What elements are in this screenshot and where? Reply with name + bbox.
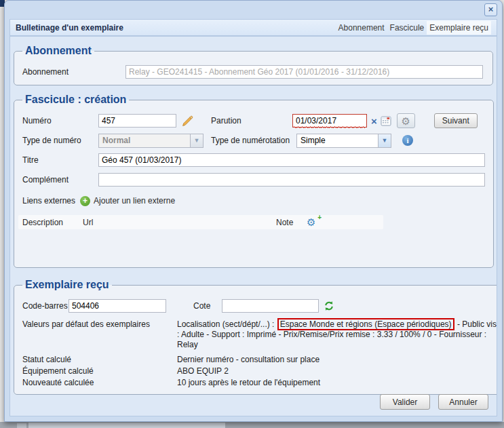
titre-input[interactable] (98, 153, 485, 167)
dialog-footer-buttons: Valider Annuler (380, 394, 488, 410)
chevron-down-icon: ▼ (190, 134, 203, 147)
exemplaire-legend: Exemplaire reçu (22, 279, 112, 291)
nouveaute-calculee-value: 10 jours après le retour de l'équipement (177, 377, 320, 388)
nouveaute-calculee-label: Nouveauté calculée (22, 377, 177, 388)
dialog-content: Abonnement Abonnement Fascicule : créati… (9, 36, 497, 416)
valeurs-defaut-value: Localisation (sect/dépt/...) : Espace Mo… (177, 319, 497, 350)
liens-externes-label: Liens externes (22, 196, 75, 206)
exemplaire-section: Exemplaire reçu Code-barres Cote Valeurs… (14, 279, 497, 395)
code-barres-input[interactable] (69, 299, 166, 313)
type-numerotation-label: Type de numérotation (211, 136, 296, 145)
clear-date-icon[interactable]: × (371, 116, 377, 126)
code-barres-label: Code-barres (22, 301, 69, 311)
type-numero-label: Type de numéro (22, 136, 98, 145)
date-settings-button[interactable]: ⚙ (397, 113, 415, 128)
complement-label: Complément (22, 175, 98, 184)
annuler-button[interactable]: Annuler (438, 394, 488, 410)
equipement-calcule-value: ABO EQUIP 2 (177, 366, 229, 376)
url-column-header: Url (83, 218, 276, 227)
abonnement-label: Abonnement (22, 67, 125, 77)
valeurs-prefix: Localisation (sect/dépt/...) : (177, 319, 277, 329)
dialog-titlebar: Bulletinage d'un exemplaire Abonnement F… (9, 19, 497, 36)
complement-input[interactable] (98, 173, 485, 187)
numero-label: Numéro (22, 116, 98, 125)
parution-label: Parution (211, 116, 292, 125)
fascicule-section: Fascicule : création Numéro Parution (14, 94, 494, 268)
annotation-highlight: Espace Monde et régions (Espace périodiq… (277, 318, 454, 330)
background-fragment (28, 423, 225, 428)
cote-input[interactable] (222, 299, 319, 313)
parution-field (292, 114, 367, 128)
info-icon[interactable]: i (402, 135, 413, 146)
titre-label: Titre (22, 155, 98, 165)
dialog-title: Bulletinage d'un exemplaire (16, 23, 123, 33)
abonnement-legend: Abonnement (22, 45, 94, 57)
cote-label: Cote (193, 301, 222, 311)
fascicule-legend: Fascicule : création (22, 94, 129, 106)
liens-table-header: Description Url Note ⚙+ (18, 215, 383, 229)
add-icon[interactable]: + (80, 196, 90, 206)
chevron-down-icon[interactable]: ▼ (378, 134, 391, 147)
suivant-button[interactable]: Suivant (434, 113, 478, 128)
type-numerotation-select[interactable]: Simple ▼ (296, 134, 391, 148)
nav-link-fascicule[interactable]: Fascicule (387, 21, 427, 35)
refresh-icon[interactable] (324, 300, 334, 311)
abonnement-section: Abonnement Abonnement (14, 45, 493, 85)
nav-link-exemplaire-recu[interactable]: Exemplaire reçu (427, 21, 491, 35)
nav-link-abonnement[interactable]: Abonnement (336, 21, 387, 35)
liens-table-empty-area (22, 229, 485, 267)
type-numero-value: Normal (99, 134, 190, 147)
type-numerotation-value: Simple (297, 134, 378, 147)
valider-button[interactable]: Valider (380, 394, 430, 410)
edit-pencil-icon[interactable] (182, 115, 193, 127)
valeurs-defaut-label: Valeurs par défaut des exemplaires (22, 319, 177, 330)
statut-calcule-value: Dernier numéro - consultation sur place (177, 354, 319, 365)
numero-input[interactable] (98, 114, 176, 128)
description-column-header: Description (22, 218, 83, 227)
gear-icon: ⚙ (402, 116, 410, 126)
type-numero-select: Normal ▼ (98, 134, 203, 148)
note-column-header: Note (276, 218, 307, 227)
abonnement-input (125, 65, 483, 79)
spellcheck-squiggle (293, 125, 365, 128)
ajouter-lien-link[interactable]: Ajouter un lien externe (94, 196, 175, 206)
bulletinage-dialog: × Bulletinage d'un exemplaire Abonnement… (4, 0, 503, 422)
url-gear-plus-icon[interactable]: ⚙+ (307, 216, 320, 229)
section-nav: Abonnement Fascicule Exemplaire reçu (336, 21, 491, 35)
calendar-icon[interactable] (381, 115, 391, 126)
equipement-calcule-label: Équipement calculé (22, 366, 177, 376)
close-icon[interactable]: × (484, 3, 497, 16)
statut-calcule-label: Statut calculé (22, 354, 177, 365)
background-fragment (17, 423, 26, 428)
